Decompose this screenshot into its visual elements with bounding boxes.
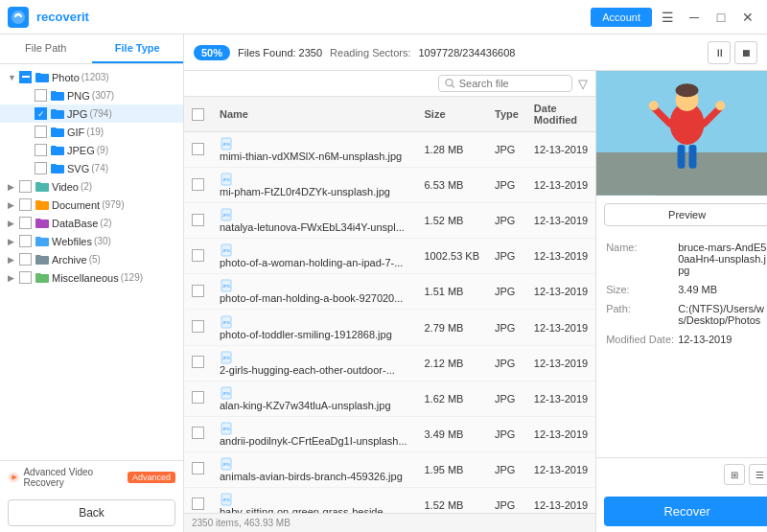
table-row[interactable]: JPG 2-girls-hugging-each-other-outdoor-.… <box>184 345 595 381</box>
file-table-area: ▽ Name Size Type Date Modified <box>184 71 595 532</box>
col-name[interactable]: Name <box>212 97 416 132</box>
folder-icon <box>51 163 64 173</box>
row-checkbox-cell[interactable] <box>184 381 212 416</box>
sidebar-item-jpeg[interactable]: JPEG (9) <box>0 141 183 159</box>
svg-text:JPG: JPG <box>222 177 230 182</box>
minimize-button[interactable]: ─ <box>683 6 706 29</box>
tab-file-path[interactable]: File Path <box>0 35 92 63</box>
menu-button[interactable]: ☰ <box>656 6 679 29</box>
row-size-cell: 6.53 MB <box>416 168 487 203</box>
row-checkbox-cell[interactable] <box>184 132 212 168</box>
svg-checkbox[interactable] <box>35 162 47 174</box>
row-date-cell: 12-13-2019 <box>526 381 595 416</box>
stop-button[interactable]: ⏹ <box>734 41 757 64</box>
table-row[interactable]: JPG photo-of-a-woman-holding-an-ipad-7-.… <box>184 239 595 274</box>
table-row[interactable]: JPG andrii-podilnyk-CFrtEeaDg1I-unsplash… <box>184 416 595 451</box>
row-type-cell: JPG <box>487 274 526 310</box>
document-checkbox[interactable] <box>19 198 32 211</box>
table-row[interactable]: JPG baby-sitting-on-green-grass-beside-.… <box>184 487 595 513</box>
folder-icon <box>35 272 49 283</box>
table-row[interactable]: JPG animals-avian-birds-branch-459326.jp… <box>184 451 595 487</box>
table-row[interactable]: JPG photo-of-man-holding-a-book-927020..… <box>184 274 595 310</box>
jpeg-checkbox[interactable] <box>35 144 47 156</box>
tab-file-type[interactable]: File Type <box>92 35 184 63</box>
sidebar-item-photo[interactable]: ▼ Photo (1203) <box>0 68 183 86</box>
jpg-checkbox[interactable]: ✓ <box>35 107 47 120</box>
info-name-row: Name: bruce-mars-AndE50aaHn4-unsplash.jp… <box>606 242 767 276</box>
filename: animals-avian-birds-branch-459326.jpg <box>220 471 403 482</box>
database-checkbox[interactable] <box>19 217 32 229</box>
video-checkbox[interactable] <box>19 180 32 193</box>
path-label: Path: <box>606 303 678 326</box>
misc-count: (129) <box>121 272 143 283</box>
sidebar-item-misc[interactable]: ▶ Miscellaneous (129) <box>0 268 183 287</box>
file-icon: JPG <box>220 137 233 150</box>
jpg-count: (794) <box>89 108 111 119</box>
table-row[interactable]: JPG natalya-letunova-FWxEbL34i4Y-unspl..… <box>184 203 595 239</box>
top-bar-icons: ⏸ ⏹ <box>708 41 757 64</box>
back-button[interactable]: Back <box>8 499 175 526</box>
photo-checkbox[interactable] <box>19 71 32 83</box>
svg-point-46 <box>676 83 699 97</box>
row-checkbox-cell[interactable] <box>184 239 212 274</box>
svg-text:JPG: JPG <box>222 213 230 218</box>
row-checkbox-cell[interactable] <box>184 416 212 451</box>
right-panel-footer: ⊞ ☰ <box>596 457 767 491</box>
png-checkbox[interactable] <box>35 89 47 102</box>
sidebar-item-svg[interactable]: SVG (74) <box>0 159 183 177</box>
folder-icon <box>51 90 64 101</box>
arrow-icon: ▶ <box>8 219 19 228</box>
row-type-cell: JPG <box>487 487 526 513</box>
list-view-button[interactable]: ☰ <box>749 464 767 485</box>
table-row[interactable]: JPG mi-pham-FtZL0r4DZYk-unsplash.jpg 6.5… <box>184 168 595 203</box>
file-icon: JPG <box>220 386 233 400</box>
recover-button[interactable]: Recover <box>604 497 767 526</box>
row-checkbox-cell[interactable] <box>184 168 212 203</box>
sidebar-item-archive[interactable]: ▶ Archive (5) <box>0 250 183 268</box>
file-icon: JPG <box>220 315 233 329</box>
sidebar-item-png[interactable]: PNG (307) <box>0 86 183 104</box>
filename: mimi-thian-vdXMSlX-n6M-unsplash.jpg <box>220 150 402 162</box>
row-name-cell: JPG 2-girls-hugging-each-other-outdoor-.… <box>212 345 416 381</box>
row-name-cell: JPG alan-king-KZv7w34tluA-unsplash.jpg <box>212 381 416 416</box>
archive-checkbox[interactable] <box>19 253 32 266</box>
sidebar-item-document[interactable]: ▶ Document (979) <box>0 196 183 214</box>
close-button[interactable]: ✕ <box>736 6 759 29</box>
row-checkbox-cell[interactable] <box>184 274 212 310</box>
sidebar-item-jpg[interactable]: ✓ JPG (794) <box>0 104 183 123</box>
size-value: 3.49 MB <box>678 284 717 295</box>
row-checkbox-cell[interactable] <box>184 487 212 513</box>
table-row[interactable]: JPG mimi-thian-vdXMSlX-n6M-unsplash.jpg … <box>184 132 595 168</box>
sidebar-item-database[interactable]: ▶ DataBase (2) <box>0 214 183 232</box>
webfiles-checkbox[interactable] <box>19 235 32 247</box>
col-type[interactable]: Type <box>487 97 526 132</box>
row-date-cell: 12-13-2019 <box>526 451 595 487</box>
gif-checkbox[interactable] <box>35 126 47 138</box>
table-row[interactable]: JPG alan-king-KZv7w34tluA-unsplash.jpg 1… <box>184 381 595 416</box>
folder-icon <box>51 127 64 137</box>
row-checkbox-cell[interactable] <box>184 345 212 381</box>
row-checkbox-cell[interactable] <box>184 310 212 345</box>
col-date[interactable]: Date Modified <box>526 97 595 132</box>
search-input[interactable] <box>459 78 566 89</box>
archive-count: (5) <box>89 254 101 265</box>
row-checkbox-cell[interactable] <box>184 203 212 239</box>
row-size-cell: 1.62 MB <box>416 381 487 416</box>
table-row[interactable]: JPG photo-of-toddler-smiling-1912868.jpg… <box>184 310 595 345</box>
misc-label: Miscellaneous <box>52 272 119 284</box>
filename: mi-pham-FtZL0r4DZYk-unsplash.jpg <box>220 186 390 197</box>
sidebar-item-webfiles[interactable]: ▶ Webfiles (30) <box>0 232 183 250</box>
sidebar-item-video[interactable]: ▶ Video (2) <box>0 177 183 196</box>
modified-label: Modified Date: <box>606 334 678 345</box>
row-checkbox-cell[interactable] <box>184 451 212 487</box>
preview-button[interactable]: Preview <box>604 203 767 226</box>
filename: alan-king-KZv7w34tluA-unsplash.jpg <box>220 400 391 411</box>
filter-icon[interactable]: ▽ <box>578 77 588 91</box>
pause-button[interactable]: ⏸ <box>708 41 731 64</box>
account-button[interactable]: Account <box>591 8 652 27</box>
sidebar-item-gif[interactable]: GIF (19) <box>0 123 183 141</box>
col-size[interactable]: Size <box>416 97 487 132</box>
maximize-button[interactable]: □ <box>709 6 732 29</box>
grid-view-button[interactable]: ⊞ <box>724 464 745 485</box>
misc-checkbox[interactable] <box>19 271 32 284</box>
